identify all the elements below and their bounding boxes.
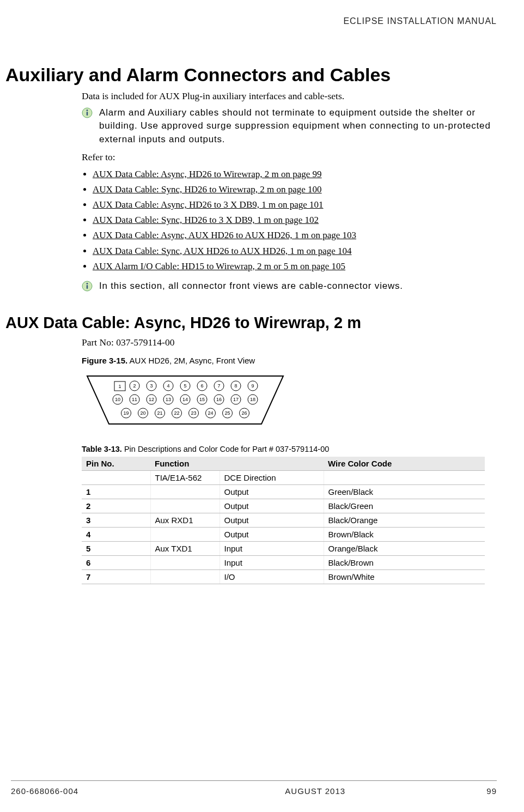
cell: Input (220, 542, 324, 556)
figure-title: AUX HD26, 2M, Async, Front View (130, 356, 255, 365)
footer-page-number: 99 (486, 786, 497, 796)
list-item: AUX Data Cable: Sync, HD26 to Wirewrap, … (93, 182, 491, 197)
figure-label: Figure 3-15. (82, 356, 127, 365)
cell: 2 (82, 499, 150, 513)
ref-link[interactable]: AUX Data Cable: Async, HD26 to 3 X DB9, … (93, 199, 324, 210)
svg-text:21: 21 (157, 410, 162, 416)
svg-text:19: 19 (123, 410, 129, 416)
table-row: 3Aux RXD1OutputBlack/Orange (82, 513, 485, 528)
heading-sub: AUX Data Cable: Async, HD26 to Wirewrap,… (5, 313, 491, 332)
svg-rect-5 (87, 285, 88, 289)
svg-text:16: 16 (216, 397, 222, 402)
list-item: AUX Data Cable: Sync, AUX HD26 to AUX HD… (93, 244, 491, 259)
svg-text:24: 24 (208, 410, 213, 416)
cell: Output (220, 485, 324, 499)
cell: TIA/E1A-562 (150, 471, 220, 485)
ref-link[interactable]: AUX Data Cable: Sync, HD26 to Wirewrap, … (93, 184, 322, 195)
page-footer: 260-668066-004 AUGUST 2013 99 (11, 780, 497, 796)
table-row: 7I/OBrown/White (82, 570, 485, 584)
cell (150, 485, 220, 499)
cell (150, 556, 220, 570)
cell: Output (220, 513, 324, 528)
svg-text:6: 6 (200, 383, 203, 389)
reference-list: AUX Data Cable: Async, HD26 to Wirewrap,… (82, 167, 491, 274)
cell: I/O (220, 570, 324, 584)
svg-point-1 (87, 110, 88, 111)
cell: Green/Black (324, 485, 485, 499)
table-label: Table 3-13. (82, 445, 122, 453)
th-color: Wire Color Code (324, 457, 485, 471)
svg-point-4 (87, 283, 88, 284)
ref-link[interactable]: AUX Data Cable: Async, HD26 to Wirewrap,… (93, 169, 322, 179)
header-title: ECLIPSE INSTALLATION MANUAL (11, 16, 497, 26)
cell: Output (220, 499, 324, 513)
svg-text:22: 22 (174, 410, 179, 416)
table-caption: Table 3-13. Pin Descriptions and Color C… (82, 445, 491, 453)
svg-text:14: 14 (182, 397, 188, 402)
page: ECLIPSE INSTALLATION MANUAL Auxiliary an… (0, 0, 524, 812)
cell: 7 (82, 570, 150, 584)
svg-text:20: 20 (140, 410, 145, 416)
cell (150, 499, 220, 513)
svg-text:5: 5 (184, 383, 186, 389)
refer-label: Refer to: (82, 151, 491, 164)
cell: Input (220, 556, 324, 570)
cell: Aux TXD1 (150, 542, 220, 556)
figure-caption: Figure 3-15. AUX HD26, 2M, Async, Front … (82, 356, 491, 365)
cell (150, 570, 220, 584)
pin-table: Pin No. Function Wire Color Code TIA/E1A… (82, 457, 485, 584)
cell: Black/Brown (324, 556, 485, 570)
ref-link[interactable]: AUX Data Cable: Sync, HD26 to 3 X DB9, 1… (93, 215, 319, 225)
svg-text:15: 15 (199, 397, 205, 402)
svg-text:7: 7 (217, 383, 220, 389)
svg-text:13: 13 (166, 397, 171, 402)
table-subheader-row: TIA/E1A-562 DCE Direction (82, 471, 485, 485)
connector-diagram: 1234567891011121314151617181920212223242… (82, 369, 491, 432)
note-text: Alarm and Auxiliary cables should not te… (99, 106, 491, 147)
intro-text: Data is included for AUX Plug-in auxilia… (82, 90, 491, 103)
ref-link[interactable]: AUX Data Cable: Async, AUX HD26 to AUX H… (93, 230, 356, 240)
list-item: AUX Data Cable: Async, HD26 to 3 X DB9, … (93, 197, 491, 213)
cell: Black/Green (324, 499, 485, 513)
svg-text:1: 1 (118, 384, 121, 389)
ref-link[interactable]: AUX Alarm I/O Cable: HD15 to Wirewrap, 2… (93, 261, 345, 271)
cell: DCE Direction (220, 471, 324, 485)
footer-date: AUGUST 2013 (285, 786, 345, 796)
th-pin: Pin No. (82, 457, 150, 471)
cell: 5 (82, 542, 150, 556)
heading-main: Auxiliary and Alarm Connectors and Cable… (5, 64, 491, 86)
note-block-1: Alarm and Auxiliary cables should not te… (82, 106, 491, 147)
ref-link[interactable]: AUX Data Cable: Sync, AUX HD26 to AUX HD… (93, 246, 351, 256)
cell: Brown/White (324, 570, 485, 584)
table-row: 4OutputBrown/Black (82, 528, 485, 542)
info-icon (82, 281, 93, 294)
cell: 3 (82, 513, 150, 528)
th-function: Function (150, 457, 324, 471)
note-block-2: In this section, all connector front vie… (82, 280, 491, 294)
cell: Aux RXD1 (150, 513, 220, 528)
svg-text:25: 25 (224, 410, 230, 416)
cell: Orange/Black (324, 542, 485, 556)
cell: 6 (82, 556, 150, 570)
cell (150, 528, 220, 542)
svg-text:12: 12 (149, 397, 154, 402)
svg-text:10: 10 (115, 397, 120, 402)
cell: 4 (82, 528, 150, 542)
svg-rect-2 (87, 112, 88, 116)
note-text: In this section, all connector front vie… (99, 280, 403, 293)
svg-text:23: 23 (191, 410, 196, 416)
svg-text:8: 8 (234, 383, 237, 389)
part-number: Part No: 037-579114-00 (82, 336, 491, 349)
cell: Black/Orange (324, 513, 485, 528)
list-item: AUX Alarm I/O Cable: HD15 to Wirewrap, 2… (93, 259, 491, 274)
list-item: AUX Data Cable: Async, AUX HD26 to AUX H… (93, 228, 491, 243)
info-icon (82, 107, 93, 120)
svg-text:17: 17 (233, 397, 239, 402)
table-row: 2OutputBlack/Green (82, 499, 485, 513)
svg-text:3: 3 (150, 383, 153, 389)
cell (324, 471, 485, 485)
cell: 1 (82, 485, 150, 499)
svg-text:9: 9 (251, 383, 254, 389)
svg-text:26: 26 (241, 410, 247, 416)
cell: Output (220, 528, 324, 542)
